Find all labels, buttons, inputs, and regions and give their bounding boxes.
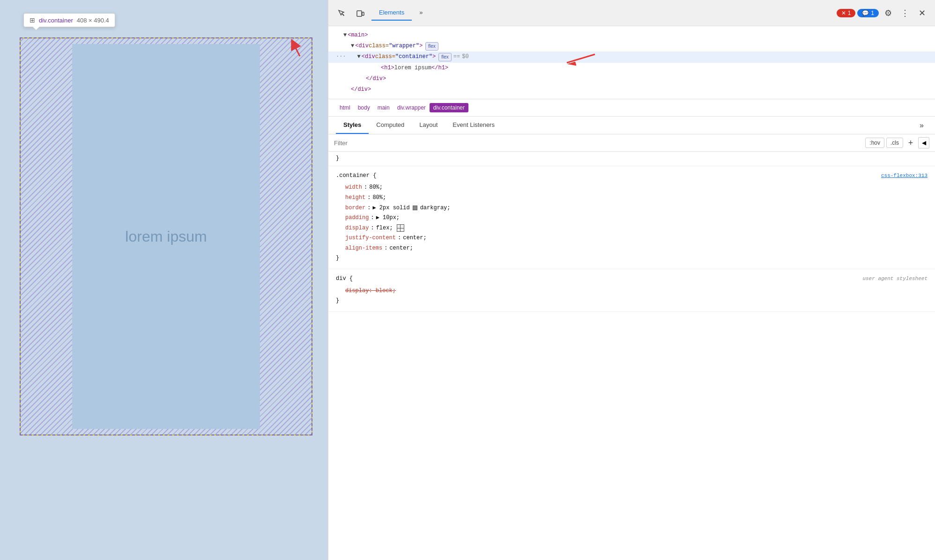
css-prop-value: center; (403, 233, 426, 243)
css-rules: } .container { css-flexbox:313 width : 8… (328, 152, 935, 560)
close-button[interactable]: ✕ (914, 6, 929, 21)
dom-line-close-container[interactable]: </div> (328, 74, 935, 84)
breadcrumb-main[interactable]: main (374, 103, 393, 112)
dom-attr-name: class= (369, 42, 389, 51)
css-prop-justify-content: justify-content : center; (336, 233, 928, 243)
sub-tab-more[interactable]: » (916, 118, 928, 133)
css-prop-value: 80%; (369, 183, 383, 193)
tab-styles[interactable]: Styles (336, 117, 369, 134)
css-prop-width: width : 80%; (336, 183, 928, 193)
flex-badge-container[interactable]: flex (438, 53, 452, 61)
devtools-panel: Elements » ✕ 1 💬 1 ⚙ ⋮ ✕ ▼ <main> (328, 0, 935, 560)
css-prop-value: flex; (376, 223, 393, 234)
svg-rect-2 (357, 11, 362, 16)
error-icon: ✕ (841, 10, 846, 16)
dom-attr-name: class= (375, 52, 395, 61)
dom-tag: </div> (366, 74, 386, 83)
dom-tag: <div (355, 42, 369, 51)
info-badge[interactable]: 💬 1 (857, 9, 879, 17)
css-prop-colon: : (364, 183, 367, 193)
tooltip-dimensions: 408 × 490.4 (77, 17, 109, 24)
add-style-button[interactable]: + (905, 137, 916, 148)
lorem-text: lorem ipsum (125, 228, 207, 245)
breadcrumb-html[interactable]: html (336, 103, 354, 112)
preview-wrapper: lorem ipsum (20, 37, 312, 435)
css-prop-colon: : (367, 193, 371, 203)
css-prop-height: height : 80%; (336, 193, 928, 203)
dom-tag-close: > (432, 52, 436, 61)
dom-equals: == (453, 52, 460, 61)
error-badge[interactable]: ✕ 1 (837, 9, 856, 17)
breadcrumb: html body main div.wrapper div.container (328, 99, 935, 117)
css-prop-colon: : (371, 213, 374, 223)
css-prop-value: center; (389, 243, 413, 254)
dom-tag-close: > (419, 42, 423, 51)
breadcrumb-wrapper[interactable]: div.wrapper (393, 103, 430, 112)
css-prop-name: align-items (345, 243, 382, 254)
devtools-toolbar: Elements » ✕ 1 💬 1 ⚙ ⋮ ✕ (328, 0, 935, 26)
css-prop-name: justify-content (345, 233, 396, 243)
css-prop-border: border : ▶ 2px solid darkgray; (336, 203, 928, 214)
svg-line-1 (342, 14, 344, 15)
css-prop-align-items: align-items : center; (336, 243, 928, 254)
browser-preview: ⊞ div.container 408 × 490.4 lorem ipsum (0, 0, 328, 560)
css-prop-padding: padding : ▶ 10px; (336, 213, 928, 223)
css-selector-div: div { (336, 274, 353, 284)
dom-line-h1[interactable]: <h1> lorem ipsum </h1> (328, 63, 935, 74)
flex-badge[interactable]: flex (425, 42, 438, 51)
element-tooltip: ⊞ div.container 408 × 490.4 (23, 13, 115, 27)
tab-computed[interactable]: Computed (369, 117, 412, 134)
css-prop-value: 80%; (372, 193, 386, 203)
rule-header: .container { css-flexbox:313 (336, 171, 928, 181)
breadcrumb-body[interactable]: body (354, 103, 374, 112)
device-toolbar-button[interactable] (353, 6, 368, 21)
dom-attr-value: "container" (395, 52, 432, 61)
svg-rect-3 (362, 12, 364, 15)
dom-arrow: ▼ (343, 31, 347, 40)
container-highlight: lorem ipsum (20, 37, 312, 435)
dom-line-close-wrapper[interactable]: </div> (328, 84, 935, 95)
tooltip-tag: div.container (39, 17, 73, 24)
filter-input[interactable] (334, 140, 861, 147)
tab-elements[interactable]: Elements (371, 5, 412, 21)
color-swatch[interactable] (413, 206, 417, 210)
dom-arrow: ▼ (357, 52, 361, 61)
hov-button[interactable]: :hov (865, 138, 884, 148)
cls-button[interactable]: .cls (886, 138, 903, 148)
css-prop-colon: : (367, 203, 371, 214)
css-prop-name: display (345, 223, 369, 234)
css-prop-name: height (345, 193, 365, 203)
more-button[interactable]: ⋮ (898, 6, 913, 21)
dom-tag: <div (362, 52, 375, 61)
dom-line-main[interactable]: ▼ <main> (328, 30, 935, 41)
css-source-italic: user agent stylesheet (862, 274, 928, 284)
dom-tag: <main> (348, 31, 368, 40)
rule-header-div: div { user agent stylesheet (336, 274, 928, 284)
css-source[interactable]: css-flexbox:313 (881, 171, 928, 181)
css-prop-value: ▶ 2px solid (372, 203, 409, 214)
content-area: lorem ipsum (72, 44, 260, 429)
dom-attr-value: "wrapper" (389, 42, 419, 51)
settings-button[interactable]: ⚙ (881, 6, 896, 21)
tab-more[interactable]: » (412, 5, 430, 21)
tab-event-listeners[interactable]: Event Listeners (445, 117, 502, 134)
css-prop-colon: : (398, 233, 401, 243)
dom-line-container[interactable]: ··· ▼ <div class= "container" > flex == … (328, 52, 935, 62)
filter-actions: :hov .cls + ◀ (865, 137, 929, 148)
css-color-name: darkgray; (420, 203, 451, 214)
toggle-sidebar-button[interactable]: ◀ (918, 137, 929, 148)
sub-tabs-bar: Styles Computed Layout Event Listeners » (328, 117, 935, 134)
brace-open: } (336, 155, 339, 162)
dom-line-wrapper[interactable]: ▼ <div class= "wrapper" > flex (328, 41, 935, 52)
css-rule-container: .container { css-flexbox:313 width : 80%… (328, 166, 935, 269)
info-icon: 💬 (862, 10, 869, 16)
css-rule-div: div { user agent stylesheet display: blo… (328, 269, 935, 312)
flex-layout-icon[interactable] (397, 224, 404, 232)
dom-arrow: ▼ (351, 42, 354, 51)
css-brace-close-div: } (336, 296, 928, 307)
filter-bar: :hov .cls + ◀ (328, 134, 935, 152)
inspect-element-button[interactable] (334, 6, 349, 21)
tab-layout[interactable]: Layout (412, 117, 445, 134)
dom-text: lorem ipsum (394, 64, 431, 73)
breadcrumb-container[interactable]: div.container (430, 103, 468, 112)
